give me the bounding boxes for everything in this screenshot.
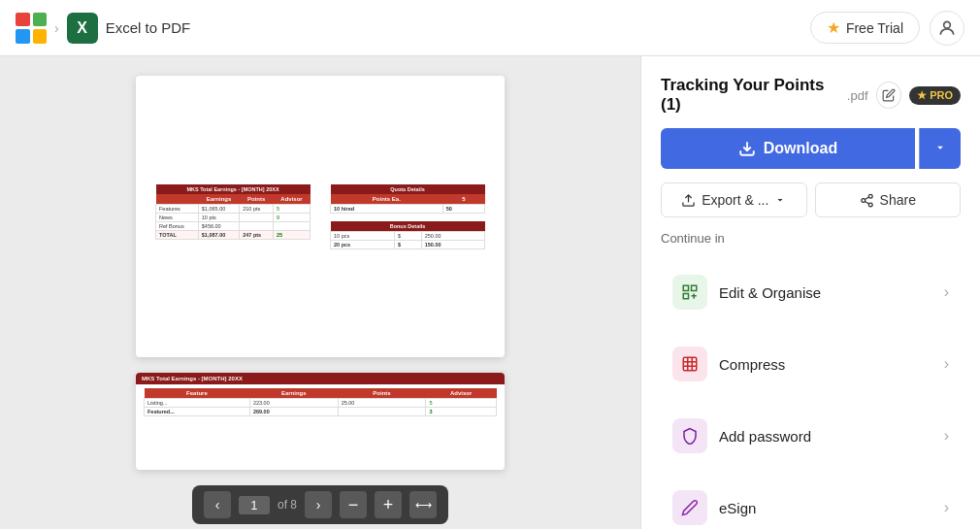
tool-add-password[interactable]: Add password › [661,407,961,465]
compress-chevron-icon: › [944,355,949,373]
download-button[interactable]: Download [661,128,915,169]
compress-label: Compress [719,356,932,373]
download-row: Download [661,128,961,169]
edit-organise-label: Edit & Organise [719,284,932,301]
edit-filename-button[interactable] [876,82,902,109]
breadcrumb-chevron: › [54,20,59,36]
zoom-in-button[interactable]: + [375,491,402,518]
file-name: Tracking Your Points (1) [661,76,839,115]
svg-rect-11 [683,357,697,371]
main-content: MKS Total Earnings - [MONTH] 20XX Earnin… [0,56,980,529]
add-password-chevron-icon: › [944,427,949,445]
tool-compress[interactable]: Compress › [661,335,961,393]
quota-table: Quota Details Points Ea. 5 10 hired50 [330,184,485,214]
fit-page-button[interactable]: ⟷ [409,491,437,518]
pdf-page-1: MKS Total Earnings - [MONTH] 20XX Earnin… [136,76,505,357]
smallpdf-logo [16,13,47,44]
page-title: Excel to PDF [106,19,191,36]
pdf-page-2: MKS Total Earnings - [MONTH] 20XX Featur… [136,373,505,470]
export-chevron-icon [774,194,786,206]
user-account-button[interactable] [930,11,964,46]
page-navigation: ‹ of 8 › − + ⟷ [192,485,448,524]
export-button[interactable]: Export & ... [661,182,807,217]
right-table-container: Quota Details Points Ea. 5 10 hired50 [330,184,485,249]
download-options-button[interactable] [919,128,961,169]
pro-badge: ★ PRO [909,86,961,105]
svg-line-6 [865,201,868,203]
action-row: Export & ... Share [661,182,961,217]
logo-r [16,13,30,27]
share-icon [860,193,874,208]
tool-edit-organise[interactable]: Edit & Organise › [661,263,961,321]
esign-icon [672,490,707,525]
add-password-label: Add password [719,428,932,445]
prev-page-button[interactable]: ‹ [204,491,231,518]
svg-rect-10 [683,294,688,299]
share-label: Share [880,192,916,208]
star-icon: ★ [827,18,840,37]
svg-point-4 [861,198,865,202]
file-title-row: Tracking Your Points (1) .pdf ★ PRO [661,76,961,115]
esign-chevron-icon: › [944,499,949,516]
excel-icon: X [67,13,98,44]
continue-in-label: Continue in [661,231,961,246]
pro-label: PRO [930,89,953,101]
page2-table: Feature Earnings Points Advisor Listing.… [144,388,497,416]
bonus-table: Bonus Details 10 pcs$250.00 20 pcs$150.0… [330,221,485,249]
svg-point-5 [868,203,872,207]
svg-line-7 [865,197,868,199]
export-label: Export & ... [702,192,768,208]
share-button[interactable]: Share [815,182,962,217]
page-total: of 8 [278,498,297,512]
next-page-button[interactable]: › [305,491,332,518]
svg-point-0 [944,21,951,28]
tool-esign[interactable]: eSign › [661,479,961,529]
logo-y [33,29,48,44]
svg-point-3 [868,194,872,198]
logo-g [33,13,48,27]
svg-rect-9 [692,285,697,290]
zoom-out-button[interactable]: − [340,491,367,518]
right-panel: Tracking Your Points (1) .pdf ★ PRO [640,56,980,529]
page-number-input[interactable] [239,496,270,514]
file-extension: .pdf [847,88,868,103]
edit-organise-icon [672,275,707,310]
esign-label: eSign [719,500,932,516]
logo-group: › X Excel to PDF [16,13,190,44]
pdf-preview-panel: MKS Total Earnings - [MONTH] 20XX Earnin… [0,56,640,529]
left-table-container: MKS Total Earnings - [MONTH] 20XX Earnin… [155,184,310,249]
free-trial-button[interactable]: ★ Free Trial [810,12,920,44]
earnings-table: MKS Total Earnings - [MONTH] 20XX Earnin… [155,184,310,240]
svg-rect-8 [683,285,688,290]
page2-header: MKS Total Earnings - [MONTH] 20XX [136,373,505,384]
free-trial-label: Free Trial [846,20,903,36]
pro-star-icon: ★ [917,89,927,102]
edit-organise-chevron-icon: › [944,283,949,301]
logo-b [16,29,30,44]
page-thumbnail-content: MKS Total Earnings - [MONTH] 20XX Earnin… [136,165,505,269]
download-label: Download [764,140,837,157]
app-header: › X Excel to PDF ★ Free Trial [0,0,980,56]
add-password-icon [672,418,707,453]
compress-icon [672,347,707,381]
